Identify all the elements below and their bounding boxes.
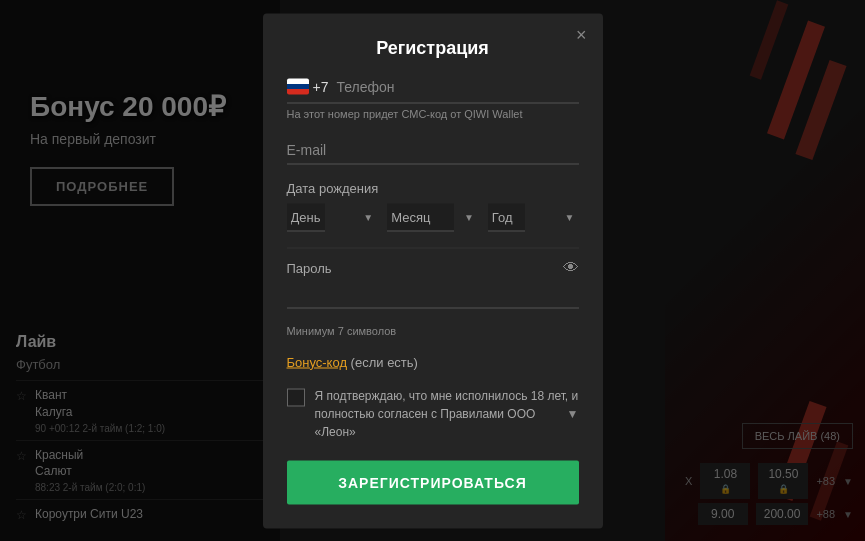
registration-modal: × Регистрация +7 Телефон На этот номер п… [263,13,603,528]
birth-section: Дата рождения День1234567891011121314151… [287,180,579,231]
password-input[interactable] [287,279,579,308]
bonus-code-link[interactable]: Бонус-код [287,354,348,369]
password-label: Пароль [287,260,579,275]
modal-title: Регистрация [287,37,579,58]
russia-flag [287,78,309,94]
month-select[interactable]: МесяцЯнварьФевральМартАпрельМайИюньИюльА… [387,203,454,231]
birth-label: Дата рождения [287,180,579,195]
month-select-wrap: МесяцЯнварьФевральМартАпрельМайИюньИюльА… [387,203,478,231]
email-field [287,135,579,164]
chevron-down-icon: ▼ [567,406,579,420]
phone-row[interactable]: +7 Телефон [287,78,579,103]
chevron-down-icon: ▼ [565,212,575,223]
register-button[interactable]: ЗАРЕГИСТРИРОВАТЬСЯ [287,460,579,504]
phone-placeholder: Телефон [336,78,394,94]
form-divider [287,247,579,248]
eye-icon[interactable]: 👁 [563,259,579,277]
terms-checkbox[interactable] [287,388,305,406]
sms-note: На этот номер придет СМС-код от QIWI Wal… [287,107,579,119]
country-code: +7 [313,78,329,94]
day-select-wrap: День123456789101112131415161718192021222… [287,203,378,231]
country-selector[interactable]: +7 [287,78,329,94]
password-row: Пароль 👁 [287,260,579,275]
email-input[interactable] [287,135,579,164]
year-select[interactable]: Год2005200420032002200120001999199819971… [488,203,525,231]
terms-checkbox-row: Я подтверждаю, что мне исполнилось 18 ле… [287,386,579,440]
year-select-wrap: Год2005200420032002200120001999199819971… [488,203,579,231]
password-note: Минимум 7 символов [287,324,579,336]
close-button[interactable]: × [576,25,587,43]
chevron-down-icon: ▼ [464,212,474,223]
birth-row: День123456789101112131415161718192021222… [287,203,579,231]
chevron-down-icon: ▼ [363,212,373,223]
password-section: Пароль 👁 [287,260,579,308]
bonus-code-section: Бонус-код (если есть) [287,352,579,370]
terms-label: Я подтверждаю, что мне исполнилось 18 ле… [315,386,579,440]
bonus-code-note: (если есть) [347,354,418,369]
day-select[interactable]: День123456789101112131415161718192021222… [287,203,325,231]
